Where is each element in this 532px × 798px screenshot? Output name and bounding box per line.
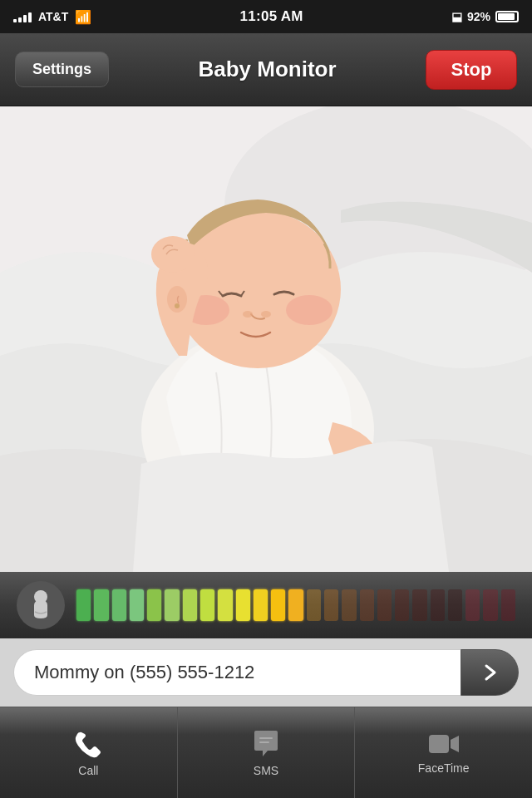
battery-percent: 92% bbox=[467, 10, 490, 23]
sound-meter bbox=[0, 572, 532, 638]
meter-bar-19 bbox=[412, 589, 426, 621]
battery-icon bbox=[495, 11, 519, 22]
meter-bar-20 bbox=[431, 589, 445, 621]
meter-bar-22 bbox=[466, 589, 480, 621]
nav-bar: Settings Baby Monitor Stop bbox=[0, 33, 532, 106]
contact-display: Mommy on (555) 555-1212 bbox=[13, 649, 461, 696]
tab-facetime-label: FaceTime bbox=[418, 761, 470, 775]
meter-bar-12 bbox=[288, 589, 303, 621]
meter-bar-3 bbox=[130, 589, 144, 621]
meter-bar-6 bbox=[183, 589, 197, 621]
meter-bar-7 bbox=[200, 589, 214, 621]
meter-bars bbox=[76, 586, 515, 624]
meter-bar-1 bbox=[94, 589, 108, 621]
meter-bar-14 bbox=[324, 589, 338, 621]
tab-bar: Call SMS FaceTime bbox=[0, 707, 532, 798]
meter-bar-18 bbox=[395, 589, 409, 621]
status-bar: AT&T 📶 11:05 AM ⬓ 92% bbox=[0, 0, 532, 33]
settings-button[interactable]: Settings bbox=[15, 52, 109, 87]
contact-row: Mommy on (555) 555-1212 bbox=[0, 638, 532, 707]
meter-bar-17 bbox=[377, 589, 392, 621]
carrier-label: AT&T bbox=[38, 10, 68, 23]
svg-rect-13 bbox=[259, 737, 273, 739]
meter-bar-5 bbox=[165, 589, 179, 621]
wifi-icon: 📶 bbox=[75, 9, 91, 25]
stop-button[interactable]: Stop bbox=[426, 50, 517, 90]
signal-bar-2 bbox=[18, 17, 22, 22]
meter-bar-23 bbox=[483, 589, 497, 621]
svg-point-8 bbox=[151, 236, 195, 273]
facetime-icon bbox=[427, 732, 461, 756]
tab-facetime[interactable]: FaceTime bbox=[355, 707, 532, 798]
baby-image bbox=[0, 106, 532, 572]
meter-bar-16 bbox=[360, 589, 374, 621]
meter-bar-9 bbox=[236, 589, 250, 621]
status-left: AT&T 📶 bbox=[13, 9, 91, 25]
tab-call[interactable]: Call bbox=[0, 707, 178, 798]
svg-point-6 bbox=[243, 311, 253, 318]
meter-bar-15 bbox=[342, 589, 356, 621]
signal-bars bbox=[13, 11, 32, 22]
tab-sms[interactable]: SMS bbox=[178, 707, 356, 798]
signal-bar-4 bbox=[28, 12, 32, 22]
contact-arrow-button[interactable] bbox=[461, 649, 519, 696]
tab-sms-label: SMS bbox=[254, 764, 278, 777]
meter-bar-21 bbox=[448, 589, 462, 621]
sms-icon bbox=[251, 729, 281, 759]
baby-photo bbox=[0, 106, 532, 572]
svg-point-7 bbox=[261, 311, 271, 318]
baby-monitor-icon bbox=[17, 581, 65, 629]
signal-bar-1 bbox=[13, 19, 17, 22]
meter-bar-24 bbox=[501, 589, 515, 621]
battery-fill bbox=[498, 13, 515, 20]
meter-bar-11 bbox=[271, 589, 285, 621]
meter-bar-2 bbox=[112, 589, 126, 621]
meter-bar-10 bbox=[254, 589, 268, 621]
signal-bar-3 bbox=[23, 15, 27, 22]
baby-icon-svg bbox=[24, 589, 57, 622]
tab-call-label: Call bbox=[78, 764, 98, 777]
svg-rect-15 bbox=[429, 735, 449, 753]
arrow-right-icon bbox=[478, 661, 501, 684]
nav-title: Baby Monitor bbox=[198, 57, 336, 82]
meter-bar-4 bbox=[147, 589, 161, 621]
svg-point-5 bbox=[286, 295, 332, 325]
contact-value: Mommy on (555) 555-1212 bbox=[34, 662, 254, 683]
status-time: 11:05 AM bbox=[239, 8, 303, 25]
svg-rect-14 bbox=[259, 741, 269, 743]
meter-bar-0 bbox=[76, 589, 91, 621]
call-icon bbox=[73, 729, 103, 759]
bluetooth-icon: ⬓ bbox=[451, 10, 462, 23]
status-right: ⬓ 92% bbox=[451, 10, 519, 23]
svg-point-11 bbox=[175, 303, 180, 308]
meter-bar-8 bbox=[218, 589, 232, 621]
meter-bar-13 bbox=[307, 589, 321, 621]
